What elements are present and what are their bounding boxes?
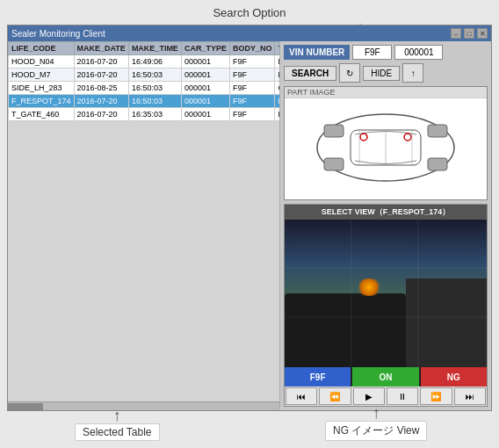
selected-table-label-area: ↑ Selected Table — [75, 408, 160, 441]
selected-table-arrow: ↑ — [75, 408, 160, 423]
rewind-button[interactable]: ⏪ — [319, 387, 351, 405]
cell-4-4: F9F — [229, 108, 275, 121]
status-btn-f9f[interactable]: F9F — [285, 367, 351, 387]
svg-rect-2 — [324, 125, 344, 137]
cell-4-2: 16:35:03 — [128, 108, 181, 121]
refresh-icon: ↻ — [346, 69, 353, 78]
camera-overlay-svg — [285, 220, 487, 367]
col-car-type: CAR_TYPE — [181, 42, 229, 55]
status-buttons-row: F9FONNG — [285, 367, 487, 387]
table-row[interactable]: T_GATE_4602016-07-2016:35:03000001F9FNG1… — [9, 108, 280, 121]
playback-row: ⏮⏪▶⏸⏩⏭ — [285, 387, 487, 406]
search-option-area: Search Option — [0, 0, 499, 25]
cell-1-0: HOOD_M7 — [9, 69, 75, 82]
cell-2-0: SIDE_LH_283 — [9, 82, 75, 95]
skip-forward-button[interactable]: ⏭ — [454, 387, 486, 405]
cell-2-3: 000001 — [181, 82, 229, 95]
cell-4-1: 2016-07-20 — [74, 108, 128, 121]
cell-1-1: 2016-07-20 — [74, 69, 128, 82]
ng-image-label: NG イメージ View — [325, 421, 427, 441]
svg-rect-4 — [324, 158, 344, 170]
left-panel: LIFE_CODE MAKE_DATE MAKE_TIME CAR_TYPE B… — [8, 41, 280, 410]
refresh-button[interactable]: ↻ — [339, 63, 360, 83]
hide-button[interactable]: HIDE — [363, 66, 400, 81]
cell-0-4: F9F — [229, 55, 275, 69]
pause-button[interactable]: ⏸ — [387, 387, 418, 405]
cell-0-1: 2016-07-20 — [74, 55, 128, 69]
upload-icon: ↑ — [411, 69, 416, 78]
table-row[interactable]: HOOD_M72016-07-2016:50:03000001F9FNG15 — [9, 69, 280, 82]
status-btn-ng[interactable]: NG — [421, 367, 487, 387]
cell-2-4: F9F — [229, 82, 275, 95]
col-make-date: MAKE_DATE — [74, 42, 128, 55]
camera-view — [285, 220, 487, 367]
car-top-view-svg — [307, 104, 465, 191]
cell-4-5: NG — [275, 108, 279, 121]
right-panel: VIN NUMBER SEARCH ↻ HIDE ↑ PART IMAGE — [280, 41, 491, 410]
skip-back-button[interactable]: ⏮ — [286, 387, 317, 405]
col-make-time: MAKE_TIME — [128, 42, 181, 55]
svg-rect-3 — [428, 125, 447, 137]
cell-1-3: 000001 — [181, 69, 229, 82]
close-button[interactable]: ✕ — [477, 28, 488, 39]
vin-row: VIN NUMBER — [284, 45, 488, 60]
cell-0-0: HOOD_N04 — [9, 55, 75, 69]
titlebar: Sealer Monitoring Client – □ ✕ — [8, 25, 491, 41]
status-btn-on[interactable]: ON — [352, 367, 418, 387]
svg-point-7 — [360, 134, 367, 141]
cell-0-5: F/G — [275, 55, 279, 69]
select-view-header: SELECT VIEW（F_RESPOT_174） — [285, 205, 487, 220]
cell-2-1: 2016-08-25 — [74, 82, 128, 95]
main-window: Sealer Monitoring Client – □ ✕ LIFE_CODE… — [7, 25, 492, 411]
cell-0-2: 16:49:06 — [128, 55, 181, 69]
search-button[interactable]: SEARCH — [284, 66, 336, 81]
selected-table-label: Selected Table — [75, 423, 160, 441]
svg-point-8 — [404, 134, 411, 141]
scrollbar-thumb[interactable] — [8, 403, 43, 410]
cell-3-3: 000001 — [181, 95, 229, 108]
part-image-container: PART IMAGE — [284, 86, 488, 200]
cell-2-5: OK — [275, 82, 279, 95]
minimize-button[interactable]: – — [451, 28, 461, 39]
vin-label: VIN NUMBER — [284, 45, 350, 60]
cell-0-3: 000001 — [181, 55, 229, 69]
cell-3-2: 16:50:03 — [128, 95, 181, 108]
cell-3-0: F_RESPOT_174 — [9, 95, 75, 108]
ng-image-label-area: ↑ NG イメージ View — [325, 405, 427, 441]
select-view-container: SELECT VIEW（F_RESPOT_174） — [284, 204, 488, 407]
vin-input-1[interactable] — [352, 45, 392, 60]
cell-1-5: NG — [275, 69, 279, 82]
col-total-result: TOTAL_RESULT — [275, 42, 279, 55]
maximize-button[interactable]: □ — [464, 28, 474, 39]
cell-2-2: 16:50:03 — [128, 82, 181, 95]
cell-4-0: T_GATE_460 — [9, 108, 75, 121]
table-row[interactable]: HOOD_N042016-07-2016:49:06000001F9FF/G15 — [9, 55, 280, 69]
cell-3-4: F9F — [229, 95, 275, 108]
table-header-row: LIFE_CODE MAKE_DATE MAKE_TIME CAR_TYPE B… — [9, 42, 280, 55]
search-option-label: Search Option — [213, 6, 286, 19]
table-row[interactable]: SIDE_LH_2832016-08-2516:50:03000001F9FOK… — [9, 82, 280, 95]
cell-3-1: 2016-07-20 — [74, 95, 128, 108]
upload-button[interactable]: ↑ — [402, 63, 423, 83]
cell-3-5: NG — [275, 95, 279, 108]
camera-background — [285, 220, 487, 367]
search-row: SEARCH ↻ HIDE ↑ — [284, 63, 488, 83]
app-title: Sealer Monitoring Client — [11, 29, 105, 39]
fast-forward-button[interactable]: ⏩ — [420, 387, 452, 405]
part-image-label: PART IMAGE — [285, 87, 487, 98]
table-container: LIFE_CODE MAKE_DATE MAKE_TIME CAR_TYPE B… — [8, 41, 279, 401]
svg-rect-5 — [428, 158, 447, 170]
vin-input-2[interactable] — [394, 45, 443, 60]
ng-image-arrow: ↑ — [325, 405, 427, 421]
col-body-no: BODY_NO — [229, 42, 275, 55]
window-content: LIFE_CODE MAKE_DATE MAKE_TIME CAR_TYPE B… — [8, 41, 491, 410]
cell-1-2: 16:50:03 — [128, 69, 181, 82]
car-image-area — [285, 98, 487, 197]
table-row[interactable]: F_RESPOT_1742016-07-2016:50:03000001F9FN… — [9, 95, 280, 108]
cell-4-3: 000001 — [181, 108, 229, 121]
col-life-code: LIFE_CODE — [9, 42, 75, 55]
data-table: LIFE_CODE MAKE_DATE MAKE_TIME CAR_TYPE B… — [8, 41, 279, 121]
window-controls: – □ ✕ — [451, 28, 488, 39]
cell-1-4: F9F — [229, 69, 275, 82]
play-button[interactable]: ▶ — [353, 387, 385, 405]
